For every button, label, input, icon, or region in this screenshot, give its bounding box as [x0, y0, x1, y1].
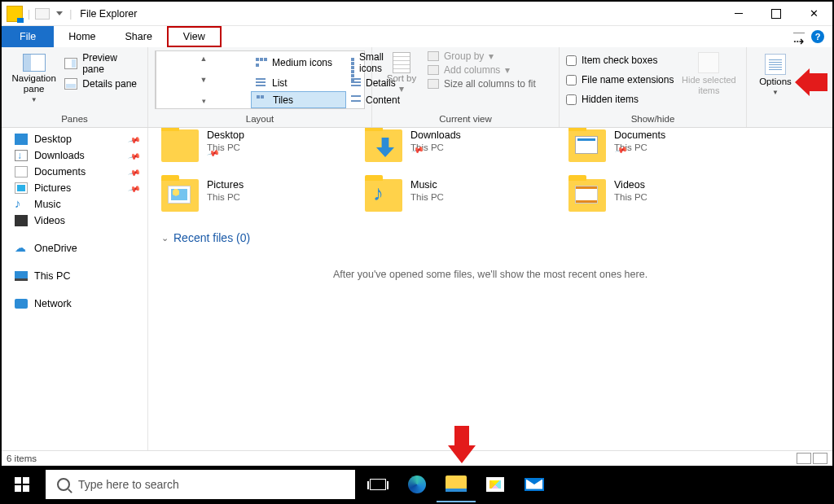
start-button[interactable] [2, 466, 42, 502]
pin-icon: 📌 [128, 182, 141, 195]
qat-sep: | [28, 8, 30, 20]
search-placeholder: Type here to search [78, 478, 179, 491]
details-pane-label: Details pane [82, 78, 137, 90]
folder-documents[interactable]: DocumentsThis PC📌 [568, 129, 756, 164]
taskbar-search[interactable]: Type here to search [46, 470, 355, 499]
sidebar-item-videos[interactable]: Videos [2, 213, 147, 229]
layout-scroll[interactable]: ▲▼▾ [156, 51, 251, 108]
window-title: File Explorer [80, 8, 137, 20]
file-name-extensions-toggle[interactable]: File name extensions [566, 74, 674, 85]
recent-files-empty-message: After you've opened some files, we'll sh… [161, 269, 819, 280]
options-button[interactable]: Options ▼ [753, 50, 797, 109]
item-check-boxes-toggle[interactable]: Item check boxes [566, 55, 674, 66]
task-view-button[interactable] [358, 466, 397, 502]
minimize-ribbon-icon[interactable]: ⇢ [793, 33, 805, 41]
size-columns-button[interactable]: Size all columns to fit [428, 78, 536, 90]
tab-view[interactable]: View [167, 26, 222, 47]
navigation-pane-label: Navigation pane [8, 73, 59, 94]
layout-medium-icons[interactable]: Medium icons [251, 51, 346, 74]
add-columns-button[interactable]: Add columns▾ [428, 64, 536, 76]
preview-pane-icon [64, 58, 77, 69]
folder-music[interactable]: MusicThis PC [365, 179, 552, 212]
sidebar-item-onedrive[interactable]: OneDrive [2, 240, 147, 256]
tab-home[interactable]: Home [54, 26, 110, 47]
sidebar-item-downloads[interactable]: Downloads📌 [2, 147, 147, 164]
group-by-button[interactable]: Group by▾ [428, 50, 536, 62]
recent-files-header[interactable]: ⌄ Recent files (0) [161, 231, 819, 244]
sidebar-item-pictures[interactable]: Pictures📌 [2, 180, 147, 196]
documents-icon [15, 166, 28, 177]
item-count: 6 items [7, 454, 37, 463]
taskbar-mail[interactable] [515, 466, 554, 502]
hidden-items-checkbox[interactable] [566, 94, 577, 105]
sidebar-item-documents[interactable]: Documents📌 [2, 164, 147, 180]
sort-by-button[interactable]: Sort by▾ [379, 50, 424, 109]
hidden-items-toggle[interactable]: Hidden items [566, 94, 674, 105]
details-pane-icon [64, 78, 77, 90]
pin-icon: 📌 [128, 149, 141, 162]
sidebar-item-network[interactable]: Network [2, 296, 147, 312]
downloads-icon [15, 150, 28, 161]
ribbon-group-layout: Medium icons Small icons ▲▼▾ List Detail… [148, 47, 372, 127]
chevron-down-icon: ⌄ [161, 233, 169, 243]
ribbon-group-panes: Navigation pane ▼ Preview pane Details p… [2, 47, 148, 127]
layout-list[interactable]: List [251, 74, 346, 91]
navigation-pane[interactable]: Desktop📌 Downloads📌 Documents📌 Pictures📌… [2, 128, 148, 450]
details-view-button[interactable] [797, 453, 811, 464]
details-pane-button[interactable]: Details pane [64, 78, 141, 90]
group-label-current-view: Current view [379, 112, 552, 127]
documents-overlay-icon [575, 136, 598, 154]
preview-pane-button[interactable]: Preview pane [64, 52, 141, 75]
hide-selected-button: Hide selected items [678, 50, 739, 109]
file-name-extensions-checkbox[interactable] [566, 75, 577, 85]
sidebar-item-desktop[interactable]: Desktop📌 [2, 131, 147, 147]
navigation-pane-icon [23, 54, 46, 72]
layout-tiles[interactable]: Tiles [251, 91, 346, 108]
explorer-app-icon[interactable] [7, 6, 23, 22]
taskbar-file-explorer[interactable] [437, 466, 476, 502]
preview-pane-label: Preview pane [82, 52, 141, 75]
hide-selected-icon [698, 52, 719, 73]
layout-details[interactable]: Details [346, 74, 364, 91]
tab-file[interactable]: File [2, 26, 54, 47]
window-minimize-button[interactable] [720, 2, 757, 26]
folder-desktop[interactable]: DesktopThis PC📌 [161, 129, 349, 164]
folder-videos[interactable]: VideosThis PC [568, 179, 756, 212]
taskbar-store[interactable] [476, 466, 515, 502]
navigation-pane-button[interactable]: Navigation pane ▼ [8, 50, 59, 109]
large-icons-view-button[interactable] [813, 453, 827, 464]
videos-icon [15, 215, 28, 226]
help-icon[interactable]: ? [811, 30, 824, 43]
annotation-arrow-taskbar [448, 426, 476, 463]
tab-share[interactable]: Share [111, 26, 167, 47]
pictures-icon [15, 182, 28, 194]
qat-dropdown-icon[interactable] [55, 9, 64, 19]
annotation-arrow-options [795, 68, 827, 96]
group-label-layout: Layout [155, 112, 365, 127]
window-close-button[interactable]: ✕ [795, 2, 832, 26]
videos-overlay-icon [575, 186, 598, 204]
pin-icon: 📌 [128, 133, 141, 146]
group-by-icon [428, 51, 439, 61]
quick-access-toolbar: | | [2, 6, 72, 22]
layout-content[interactable]: Content [346, 91, 364, 108]
content-area[interactable]: DesktopThis PC📌 DownloadsThis PC📌 Docume… [148, 128, 832, 450]
group-label-panes: Panes [8, 112, 141, 127]
sidebar-item-music[interactable]: Music [2, 196, 147, 213]
ribbon-view: Navigation pane ▼ Preview pane Details p… [2, 47, 832, 128]
qat-folder-icon[interactable] [35, 8, 50, 20]
size-columns-icon [428, 79, 439, 89]
item-check-boxes-checkbox[interactable] [566, 55, 577, 66]
taskbar-edge[interactable] [397, 466, 437, 502]
folder-downloads[interactable]: DownloadsThis PC📌 [365, 129, 552, 164]
add-columns-icon [428, 65, 439, 75]
window-maximize-button[interactable] [757, 2, 795, 26]
group-label-show-hide: Show/hide [566, 112, 740, 127]
music-overlay-icon [371, 186, 394, 204]
layout-small-icons[interactable]: Small icons [346, 51, 364, 74]
title-bar: | | File Explorer ✕ [2, 2, 832, 26]
folder-pictures[interactable]: PicturesThis PC [161, 179, 349, 212]
music-icon [15, 199, 28, 210]
sidebar-item-this-pc[interactable]: This PC [2, 268, 147, 284]
this-pc-icon [15, 271, 28, 281]
